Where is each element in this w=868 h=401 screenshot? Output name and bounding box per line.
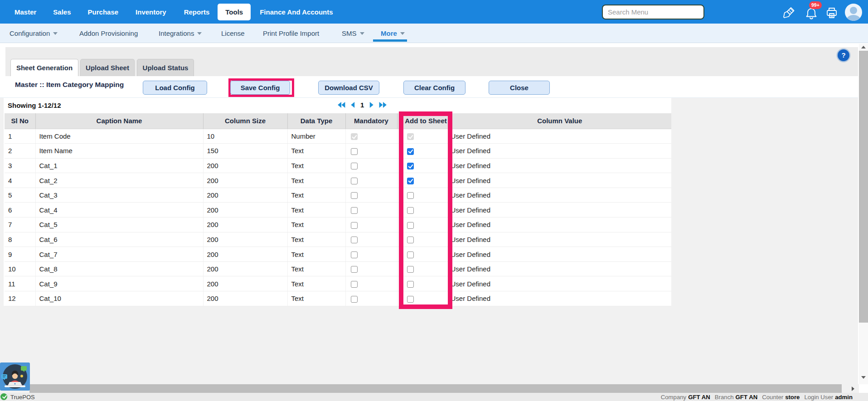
nav-item-purchase[interactable]: Purchase	[88, 8, 119, 16]
download-csv-button[interactable]: Download CSV	[318, 81, 379, 95]
next-page-icon[interactable]	[369, 102, 373, 108]
cell-data-type: Text	[287, 144, 345, 159]
mandatory-checkbox[interactable]	[351, 281, 358, 288]
horizontal-scrollbar-thumb[interactable]	[29, 384, 842, 393]
session-status: CompanyGFT ANBranchGFT ANCounterstoreLog…	[661, 394, 853, 401]
help-button[interactable]: ?	[838, 49, 849, 61]
grid-area: Showing 1-12/12 1 Sl NoCaption NameColum…	[0, 98, 858, 384]
save-config-button[interactable]: Save Config	[230, 81, 290, 95]
subnav-item-license[interactable]: License	[221, 24, 245, 43]
cell-data-type: Text	[287, 232, 345, 247]
cell-data-type: Text	[287, 203, 345, 217]
printer-icon[interactable]	[825, 7, 838, 19]
table-row: 7Cat_5200TextUser Defined	[5, 217, 671, 232]
cell-column-value: User Defined	[448, 158, 671, 173]
cell-caption-name: Cat_1	[35, 158, 203, 173]
tab-sheet-generation[interactable]: Sheet Generation	[10, 59, 78, 76]
avatar-head	[850, 7, 857, 14]
subnav-item-configuration[interactable]: Configuration	[10, 24, 58, 43]
column-header-column-size: Column Size	[203, 113, 287, 129]
tab-upload-status[interactable]: Upload Status	[137, 59, 194, 76]
mandatory-checkbox[interactable]	[351, 237, 358, 243]
column-header-sl-no: Sl No	[5, 113, 35, 129]
subnav-item-sms[interactable]: SMS	[342, 24, 364, 43]
subnav-item-label: Integrations	[159, 29, 194, 37]
page-number[interactable]: 1	[360, 101, 364, 109]
paintbrush-icon[interactable]	[782, 6, 795, 19]
column-header-column-value: Column Value	[448, 113, 671, 129]
cell-column-size: 200	[203, 291, 287, 306]
nav-item-master[interactable]: Master	[15, 8, 36, 16]
prev-page-icon[interactable]	[351, 102, 355, 108]
cell-caption-name: Item Code	[35, 129, 203, 144]
search-input[interactable]	[602, 5, 704, 19]
page-title: Master :: Item Category Mapping	[15, 81, 124, 89]
mandatory-checkbox[interactable]	[351, 251, 358, 258]
mandatory-checkbox[interactable]	[351, 296, 358, 303]
mandatory-checkbox[interactable]	[351, 192, 358, 199]
add-to-sheet-highlight	[399, 111, 452, 309]
mandatory-checkbox[interactable]	[351, 178, 358, 184]
mandatory-checkbox[interactable]	[351, 266, 358, 273]
cell-sl-no: 9	[5, 247, 35, 262]
cell-mandatory-checkbox-cell	[345, 188, 397, 203]
last-page-icon[interactable]	[379, 102, 387, 108]
nav-item-inventory[interactable]: Inventory	[136, 8, 166, 16]
cell-sl-no: 10	[5, 261, 35, 276]
scroll-down-arrow[interactable]	[861, 376, 866, 379]
cell-column-size: 200	[203, 232, 287, 247]
cell-column-value: User Defined	[448, 144, 671, 159]
cell-sl-no: 12	[5, 291, 35, 306]
scroll-up-arrow[interactable]	[861, 46, 866, 48]
support-chat-widget[interactable]	[0, 362, 30, 391]
close-button[interactable]: Close	[489, 81, 550, 95]
cell-data-type: Text	[287, 276, 345, 291]
pagination: 1	[338, 101, 387, 109]
subnav-item-label: Configuration	[10, 29, 50, 37]
vertical-scrollbar-thumb[interactable]	[859, 51, 868, 323]
notifications-bell-icon[interactable]	[805, 7, 818, 20]
status-company: CompanyGFT AN	[661, 394, 710, 401]
user-avatar[interactable]	[845, 4, 862, 21]
subnav-item-addon-provisioning[interactable]: Addon Provisioning	[79, 24, 138, 43]
mandatory-checkbox[interactable]	[351, 148, 358, 155]
active-subnav-underline	[373, 39, 407, 42]
status-bar: TruePOS CompanyGFT ANBranchGFT ANCounter…	[0, 393, 868, 401]
chevron-down-icon	[400, 32, 405, 35]
nav-item-sales[interactable]: Sales	[53, 8, 71, 16]
nav-item-reports[interactable]: Reports	[184, 8, 210, 16]
subnav-item-integrations[interactable]: Integrations	[159, 24, 202, 43]
nav-item-finance-and-accounts[interactable]: Finance And Accounts	[260, 8, 333, 16]
nav-item-tools[interactable]: Tools	[218, 4, 251, 20]
cell-sl-no: 5	[5, 188, 35, 203]
subnav-item-label: Print Profile Import	[263, 29, 319, 37]
scroll-right-arrow[interactable]	[852, 387, 854, 391]
record-count-label: Showing 1-12/12	[8, 101, 61, 109]
load-config-button[interactable]: Load Config	[143, 81, 207, 95]
cell-caption-name: Cat_8	[35, 261, 203, 276]
cell-mandatory-checkbox-cell	[345, 203, 397, 217]
mandatory-checkbox[interactable]	[351, 163, 358, 169]
mandatory-checkbox[interactable]	[351, 207, 358, 214]
horizontal-scrollbar[interactable]	[0, 384, 859, 393]
cell-column-size: 200	[203, 247, 287, 262]
table-row: 11Cat_9200TextUser Defined	[5, 276, 671, 291]
status-counter: Counterstore	[762, 394, 800, 401]
table-row: 2Item Name150TextUser Defined	[5, 144, 671, 159]
first-page-icon[interactable]	[338, 102, 345, 108]
clear-config-button[interactable]: Clear Config	[403, 81, 466, 95]
subnav-item-print-profile-import[interactable]: Print Profile Import	[263, 24, 319, 43]
cell-data-type: Text	[287, 291, 345, 306]
mandatory-checkbox[interactable]	[351, 222, 358, 229]
cell-mandatory-checkbox-cell	[345, 247, 397, 262]
cell-column-size: 200	[203, 276, 287, 291]
avatar-body	[847, 15, 860, 21]
tab-upload-sheet[interactable]: Upload Sheet	[80, 59, 135, 76]
cell-sl-no: 11	[5, 276, 35, 291]
cell-column-value: User Defined	[448, 232, 671, 247]
table-row: 9Cat_7200TextUser Defined	[5, 247, 671, 262]
cell-caption-name: Cat_4	[35, 203, 203, 217]
cell-caption-name: Cat_3	[35, 188, 203, 203]
cell-sl-no: 6	[5, 203, 35, 217]
vertical-scrollbar[interactable]	[859, 44, 868, 384]
